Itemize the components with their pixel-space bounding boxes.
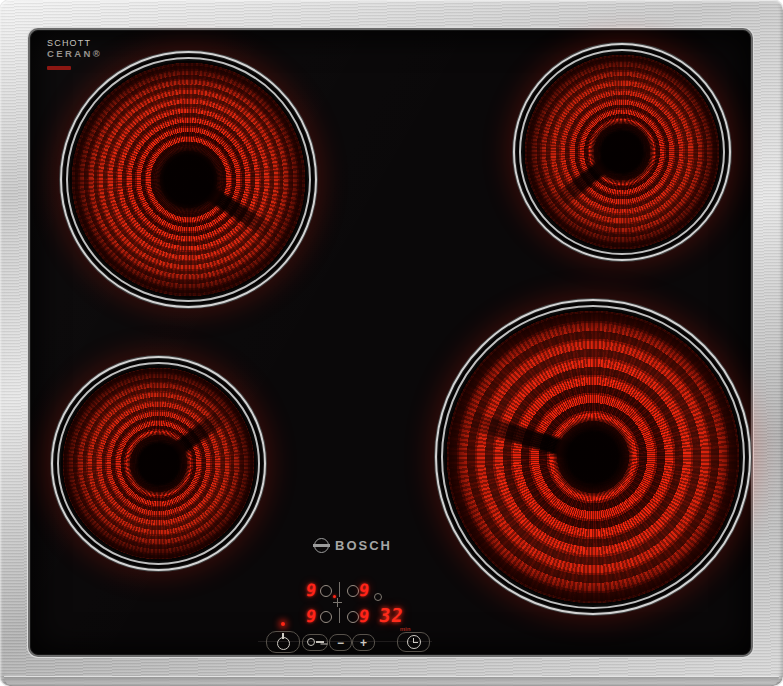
timer-clock-icon: [407, 635, 421, 649]
display-rear-right-power: 9: [358, 582, 370, 598]
element-center-hub: [127, 432, 190, 495]
display-separator-cross-icon: [333, 598, 342, 607]
glass-brand-print: SCHOTT CERAN®: [47, 39, 102, 70]
small-indicator-ring-icon: [374, 593, 382, 601]
heating-element-glow: [72, 63, 305, 296]
element-center-hub: [554, 418, 633, 497]
heating-element-glow: [525, 55, 719, 249]
heating-element-glow: [63, 368, 254, 559]
key-lock-icon: [307, 638, 324, 647]
cooktop-photo: SCHOTT CERAN® B: [0, 0, 783, 686]
bosch-emblem-icon: [314, 538, 329, 553]
power-icon: [277, 637, 290, 650]
zone-circle-icon: [347, 611, 359, 623]
burner-front-right: [435, 299, 751, 615]
zone-circle-icon: [320, 585, 332, 597]
element-center-hub: [150, 141, 227, 218]
minus-label: −: [337, 636, 344, 648]
burner-rear-right: [513, 43, 731, 261]
zone-circle-icon: [320, 611, 332, 623]
display-front-left-power: 9: [305, 608, 317, 624]
power-led-dot: [281, 622, 285, 626]
red-print-mark: [47, 66, 71, 70]
burner-front-left: [51, 356, 266, 571]
plus-label: +: [360, 636, 367, 648]
display-divider: [339, 582, 340, 597]
increase-button[interactable]: +: [352, 634, 375, 651]
power-button[interactable]: [266, 631, 300, 653]
element-center-hub: [590, 120, 654, 184]
frame-front-edge: [4, 676, 779, 686]
display-front-right-power: 9: [358, 608, 370, 624]
bosch-logo: BOSCH: [314, 538, 392, 553]
zone-circle-icon: [347, 585, 359, 597]
display-rear-left-power: 9: [305, 582, 317, 598]
display-divider: [339, 608, 340, 623]
timer-display: 32: [378, 606, 405, 624]
touch-control-panel: BOSCH 9 9 9 9 32 min − +: [258, 536, 448, 664]
bosch-logo-text: BOSCH: [335, 538, 392, 553]
decrease-button[interactable]: −: [329, 634, 352, 651]
burner-rear-left: [60, 51, 317, 308]
heating-element-glow: [447, 311, 739, 603]
timer-button[interactable]: [397, 632, 430, 652]
child-lock-button[interactable]: [302, 634, 328, 651]
glass-brand-line2: CERAN®: [47, 49, 102, 59]
